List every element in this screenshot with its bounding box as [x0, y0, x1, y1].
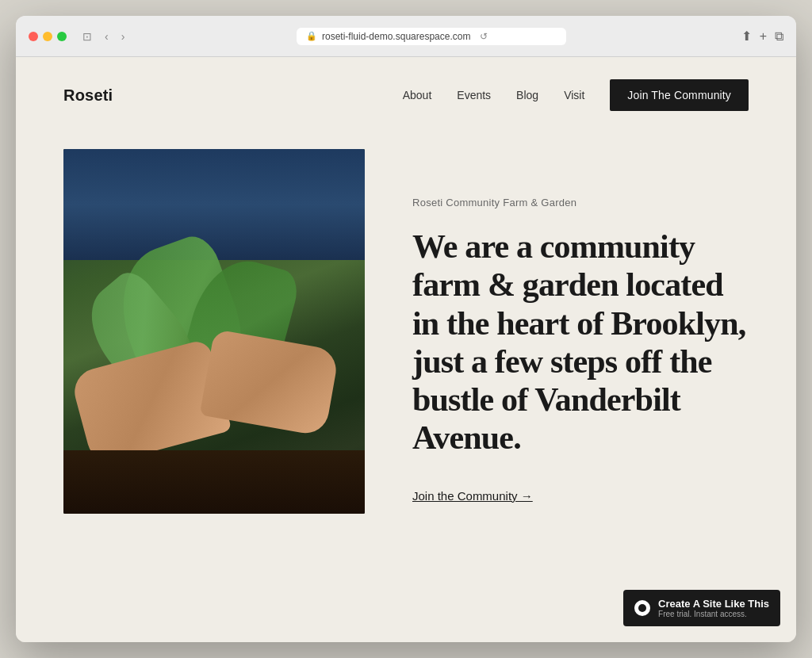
- new-tab-btn[interactable]: +: [760, 29, 767, 44]
- nav-visit[interactable]: Visit: [564, 89, 584, 101]
- browser-chrome: ⊡ ‹ › 🔒 roseti-fluid-demo.squarespace.co…: [16, 16, 796, 57]
- browser-back-btn[interactable]: ‹: [102, 29, 112, 44]
- browser-sidebar-btn[interactable]: ⊡: [79, 29, 95, 44]
- reload-icon[interactable]: ↺: [480, 31, 488, 42]
- share-btn[interactable]: ⬆: [741, 29, 752, 44]
- hero-image: [63, 149, 365, 514]
- browser-window: ⊡ ‹ › 🔒 roseti-fluid-demo.squarespace.co…: [16, 16, 796, 642]
- traffic-lights: [29, 32, 67, 41]
- site-logo[interactable]: Roseti: [63, 86, 113, 105]
- browser-forward-btn[interactable]: ›: [118, 29, 128, 44]
- hero-image-placeholder: [63, 149, 365, 514]
- join-community-button[interactable]: Join The Community: [610, 79, 749, 111]
- traffic-light-fullscreen[interactable]: [57, 32, 67, 41]
- squarespace-badge[interactable]: Create A Site Like This Free trial. Inst…: [623, 590, 780, 626]
- address-bar: 🔒 roseti-fluid-demo.squarespace.com ↺: [137, 28, 725, 45]
- nav-about[interactable]: About: [403, 89, 432, 101]
- badge-text: Create A Site Like This Free trial. Inst…: [658, 598, 769, 618]
- nav-links: About Events Blog Visit Join The Communi…: [403, 79, 749, 111]
- badge-title: Create A Site Like This: [658, 598, 769, 610]
- hero-subtitle: Roseti Community Farm & Garden: [412, 197, 749, 208]
- hero-text: Roseti Community Farm & Garden We are a …: [412, 149, 749, 503]
- navigation: Roseti About Events Blog Visit Join The …: [16, 57, 796, 133]
- main-content: Roseti Community Farm & Garden We are a …: [16, 133, 796, 642]
- soil-visual: [63, 450, 365, 514]
- traffic-light-close[interactable]: [29, 32, 38, 41]
- browser-actions: ⬆ + ⧉: [741, 29, 783, 44]
- lock-icon: 🔒: [306, 31, 317, 41]
- nav-events[interactable]: Events: [457, 89, 491, 101]
- browser-controls: ⊡ ‹ ›: [79, 29, 128, 44]
- hero-cta-button[interactable]: Join the Community →: [412, 489, 533, 503]
- nav-blog[interactable]: Blog: [516, 89, 538, 101]
- address-bar-inner[interactable]: 🔒 roseti-fluid-demo.squarespace.com ↺: [297, 28, 566, 45]
- hero-heading: We are a community farm & garden located…: [412, 228, 749, 457]
- squarespace-logo-icon: [634, 600, 650, 616]
- tabs-btn[interactable]: ⧉: [775, 29, 783, 44]
- traffic-light-minimize[interactable]: [43, 32, 52, 41]
- badge-subtitle: Free trial. Instant access.: [658, 610, 769, 618]
- jeans-visual: [63, 149, 365, 260]
- squarespace-logo-inner: [638, 604, 646, 612]
- url-text: roseti-fluid-demo.squarespace.com: [322, 31, 470, 42]
- website-content: Roseti About Events Blog Visit Join The …: [16, 57, 796, 642]
